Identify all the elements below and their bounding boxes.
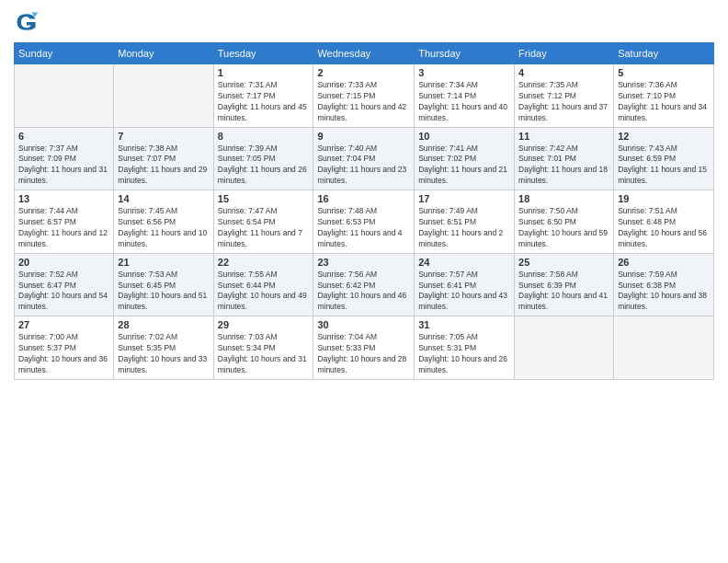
calendar-cell: 17Sunrise: 7:49 AM Sunset: 6:51 PM Dayli… (415, 190, 515, 254)
calendar-cell: 22Sunrise: 7:55 AM Sunset: 6:44 PM Dayli… (213, 253, 313, 316)
day-number: 26 (618, 257, 710, 268)
day-info: Sunrise: 7:44 AM Sunset: 6:57 PM Dayligh… (18, 206, 109, 250)
day-number: 13 (18, 193, 109, 204)
calendar-cell (614, 316, 714, 380)
calendar-cell: 11Sunrise: 7:42 AM Sunset: 7:01 PM Dayli… (515, 127, 614, 190)
calendar-cell: 25Sunrise: 7:58 AM Sunset: 6:39 PM Dayli… (515, 253, 614, 316)
calendar-cell (15, 64, 114, 128)
day-number: 27 (18, 319, 109, 330)
day-number: 28 (118, 319, 209, 330)
day-info: Sunrise: 7:49 AM Sunset: 6:51 PM Dayligh… (418, 206, 510, 250)
calendar-cell: 29Sunrise: 7:03 AM Sunset: 5:34 PM Dayli… (213, 316, 313, 380)
day-of-week-header: Saturday (614, 43, 714, 64)
day-number: 29 (218, 319, 310, 330)
day-number: 7 (118, 131, 209, 142)
calendar-cell: 27Sunrise: 7:00 AM Sunset: 5:37 PM Dayli… (15, 316, 114, 380)
calendar-cell: 7Sunrise: 7:38 AM Sunset: 7:07 PM Daylig… (114, 127, 213, 190)
day-info: Sunrise: 7:43 AM Sunset: 6:59 PM Dayligh… (618, 144, 710, 188)
day-info: Sunrise: 7:02 AM Sunset: 5:35 PM Dayligh… (118, 332, 209, 376)
day-info: Sunrise: 7:50 AM Sunset: 6:50 PM Dayligh… (518, 206, 609, 250)
calendar-week-row: 13Sunrise: 7:44 AM Sunset: 6:57 PM Dayli… (15, 190, 714, 254)
day-info: Sunrise: 7:39 AM Sunset: 7:05 PM Dayligh… (218, 144, 310, 188)
calendar-cell: 30Sunrise: 7:04 AM Sunset: 5:33 PM Dayli… (313, 316, 415, 380)
day-number: 17 (418, 193, 510, 204)
logo (14, 9, 43, 35)
calendar-cell: 8Sunrise: 7:39 AM Sunset: 7:05 PM Daylig… (213, 127, 313, 190)
calendar-cell: 19Sunrise: 7:51 AM Sunset: 6:48 PM Dayli… (614, 190, 714, 254)
calendar-header-row: SundayMondayTuesdayWednesdayThursdayFrid… (15, 43, 714, 64)
day-info: Sunrise: 7:37 AM Sunset: 7:09 PM Dayligh… (18, 144, 109, 188)
day-info: Sunrise: 7:56 AM Sunset: 6:42 PM Dayligh… (317, 270, 410, 314)
calendar-week-row: 20Sunrise: 7:52 AM Sunset: 6:47 PM Dayli… (15, 253, 714, 316)
day-info: Sunrise: 7:40 AM Sunset: 7:04 PM Dayligh… (317, 144, 410, 188)
calendar-cell: 10Sunrise: 7:41 AM Sunset: 7:02 PM Dayli… (415, 127, 515, 190)
day-number: 22 (218, 257, 310, 268)
calendar-cell: 12Sunrise: 7:43 AM Sunset: 6:59 PM Dayli… (614, 127, 714, 190)
day-number: 23 (317, 257, 410, 268)
calendar-cell: 21Sunrise: 7:53 AM Sunset: 6:45 PM Dayli… (114, 253, 213, 316)
day-info: Sunrise: 7:53 AM Sunset: 6:45 PM Dayligh… (118, 270, 209, 314)
day-number: 30 (317, 319, 410, 330)
day-number: 24 (418, 257, 510, 268)
calendar-cell: 28Sunrise: 7:02 AM Sunset: 5:35 PM Dayli… (114, 316, 213, 380)
day-number: 2 (317, 67, 410, 78)
calendar-cell (114, 64, 213, 128)
day-info: Sunrise: 7:35 AM Sunset: 7:12 PM Dayligh… (518, 80, 609, 124)
day-number: 12 (618, 131, 710, 142)
calendar-cell: 23Sunrise: 7:56 AM Sunset: 6:42 PM Dayli… (313, 253, 415, 316)
day-info: Sunrise: 7:41 AM Sunset: 7:02 PM Dayligh… (418, 144, 510, 188)
day-of-week-header: Tuesday (213, 43, 313, 64)
day-info: Sunrise: 7:03 AM Sunset: 5:34 PM Dayligh… (218, 332, 310, 376)
calendar-cell: 6Sunrise: 7:37 AM Sunset: 7:09 PM Daylig… (15, 127, 114, 190)
calendar-table: SundayMondayTuesdayWednesdayThursdayFrid… (14, 42, 714, 380)
calendar-cell (515, 316, 614, 380)
day-info: Sunrise: 7:48 AM Sunset: 6:53 PM Dayligh… (317, 206, 410, 250)
calendar-week-row: 1Sunrise: 7:31 AM Sunset: 7:17 PM Daylig… (15, 64, 714, 128)
day-info: Sunrise: 7:47 AM Sunset: 6:54 PM Dayligh… (218, 206, 310, 250)
day-number: 4 (518, 67, 609, 78)
day-number: 20 (18, 257, 109, 268)
day-number: 9 (317, 131, 410, 142)
calendar-cell: 5Sunrise: 7:36 AM Sunset: 7:10 PM Daylig… (614, 64, 714, 128)
day-of-week-header: Friday (515, 43, 614, 64)
day-info: Sunrise: 7:04 AM Sunset: 5:33 PM Dayligh… (317, 332, 410, 376)
page-header (14, 9, 714, 35)
day-info: Sunrise: 7:36 AM Sunset: 7:10 PM Dayligh… (618, 80, 710, 124)
day-number: 19 (618, 193, 710, 204)
calendar-cell: 9Sunrise: 7:40 AM Sunset: 7:04 PM Daylig… (313, 127, 415, 190)
day-number: 18 (518, 193, 609, 204)
day-of-week-header: Thursday (415, 43, 515, 64)
day-info: Sunrise: 7:38 AM Sunset: 7:07 PM Dayligh… (118, 144, 209, 188)
day-number: 14 (118, 193, 209, 204)
calendar-cell: 2Sunrise: 7:33 AM Sunset: 7:15 PM Daylig… (313, 64, 415, 128)
day-number: 3 (418, 67, 510, 78)
calendar-cell: 16Sunrise: 7:48 AM Sunset: 6:53 PM Dayli… (313, 190, 415, 254)
day-info: Sunrise: 7:05 AM Sunset: 5:31 PM Dayligh… (418, 332, 510, 376)
calendar-cell: 26Sunrise: 7:59 AM Sunset: 6:38 PM Dayli… (614, 253, 714, 316)
calendar-cell: 31Sunrise: 7:05 AM Sunset: 5:31 PM Dayli… (415, 316, 515, 380)
day-info: Sunrise: 7:33 AM Sunset: 7:15 PM Dayligh… (317, 80, 410, 124)
day-info: Sunrise: 7:52 AM Sunset: 6:47 PM Dayligh… (18, 270, 109, 314)
day-info: Sunrise: 7:55 AM Sunset: 6:44 PM Dayligh… (218, 270, 310, 314)
calendar-cell: 1Sunrise: 7:31 AM Sunset: 7:17 PM Daylig… (213, 64, 313, 128)
calendar-cell: 24Sunrise: 7:57 AM Sunset: 6:41 PM Dayli… (415, 253, 515, 316)
day-info: Sunrise: 7:59 AM Sunset: 6:38 PM Dayligh… (618, 270, 710, 314)
calendar-cell: 14Sunrise: 7:45 AM Sunset: 6:56 PM Dayli… (114, 190, 213, 254)
calendar-week-row: 6Sunrise: 7:37 AM Sunset: 7:09 PM Daylig… (15, 127, 714, 190)
day-number: 1 (218, 67, 310, 78)
logo-icon (14, 9, 40, 35)
day-number: 21 (118, 257, 209, 268)
day-info: Sunrise: 7:31 AM Sunset: 7:17 PM Dayligh… (218, 80, 310, 124)
day-info: Sunrise: 7:00 AM Sunset: 5:37 PM Dayligh… (18, 332, 109, 376)
day-number: 6 (18, 131, 109, 142)
day-number: 10 (418, 131, 510, 142)
day-info: Sunrise: 7:58 AM Sunset: 6:39 PM Dayligh… (518, 270, 609, 314)
calendar-cell: 20Sunrise: 7:52 AM Sunset: 6:47 PM Dayli… (15, 253, 114, 316)
day-of-week-header: Wednesday (313, 43, 415, 64)
day-info: Sunrise: 7:45 AM Sunset: 6:56 PM Dayligh… (118, 206, 209, 250)
day-of-week-header: Sunday (15, 43, 114, 64)
day-number: 11 (518, 131, 609, 142)
day-info: Sunrise: 7:34 AM Sunset: 7:14 PM Dayligh… (418, 80, 510, 124)
day-number: 5 (618, 67, 710, 78)
calendar-week-row: 27Sunrise: 7:00 AM Sunset: 5:37 PM Dayli… (15, 316, 714, 380)
